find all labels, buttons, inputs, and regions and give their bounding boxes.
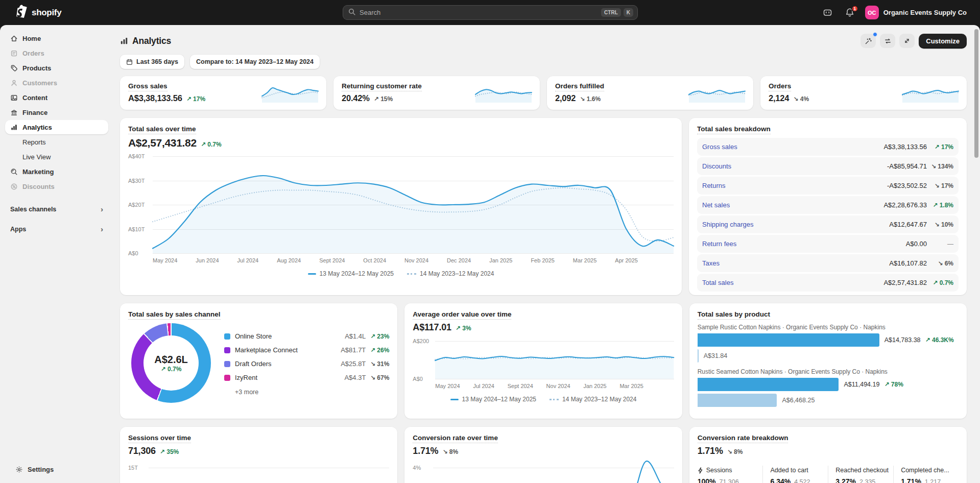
total-sales-plot [153, 156, 674, 253]
sidebar-item-analytics[interactable]: Analytics [5, 120, 108, 134]
shopify-wordmark: shopify [32, 8, 61, 18]
calendar-icon [126, 59, 133, 65]
sidebar-item-content[interactable]: Content [5, 90, 108, 105]
breakdown-link[interactable]: Returns [702, 182, 726, 189]
account-menu[interactable]: OC Organic Events Supply Co [865, 6, 967, 19]
kpi-gross-sales[interactable]: Gross sales A$3,38,133.56 ↗ 17% [120, 76, 326, 110]
sales-by-product-card: Total sales by product Sample Rustic Cot… [689, 303, 967, 419]
content-icon [10, 94, 18, 102]
kpi-returning-customer-rate[interactable]: Returning customer rate 20.42% ↗ 15% [333, 76, 540, 110]
breakdown-link[interactable]: Total sales [702, 279, 733, 286]
legend-swatch [224, 361, 230, 367]
chart-legend: 13 May 2024–12 May 2025 14 May 2023–12 M… [413, 396, 674, 403]
conversion-value: 1.71% [413, 446, 438, 456]
lightning-icon [698, 467, 703, 474]
search-input[interactable] [360, 9, 599, 16]
sessions-over-time-card: Sessions over time 71,306 ↗ 35% 15T [120, 427, 397, 483]
sidebar-item-home[interactable]: Home [5, 31, 108, 45]
previous-period-bar [698, 349, 699, 363]
vertical-scrollbar[interactable] [974, 29, 978, 158]
notifications-button[interactable]: 1 [843, 6, 856, 19]
sessions-value: 71,306 [128, 446, 156, 456]
legend-solid-swatch [450, 399, 459, 400]
page-title: Analytics [120, 36, 171, 46]
sidebar-item-products[interactable]: Products [5, 61, 108, 75]
donut-center-value: A$2.6L [154, 354, 188, 366]
funnel-step-reached-checkout: Reached checkout 3.27%2,335 [828, 466, 893, 483]
current-period-bar [698, 378, 839, 391]
breakdown-link[interactable]: Shipping charges [702, 221, 753, 228]
funnel-delta: ↘ 8% [727, 448, 743, 455]
sidebar-item-reports[interactable]: Reports [5, 135, 108, 149]
aov-delta: ↗ 3% [456, 325, 471, 332]
kpi-value: 2,092 [555, 93, 576, 103]
sparkline-chart [689, 86, 745, 103]
sparkline-chart [902, 86, 959, 103]
total-sales-value: A$2,57,431.82 [128, 137, 197, 149]
refresh-icon [884, 37, 892, 45]
magic-wand-icon [865, 37, 872, 45]
expand-button[interactable] [899, 34, 915, 48]
kbd-k: K [624, 8, 633, 17]
date-range-button[interactable]: Last 365 days [120, 55, 184, 69]
aov-line-chart [435, 341, 674, 379]
store-name: Organic Events Supply Co [883, 9, 967, 16]
sidebar-item-customers[interactable]: Customers [5, 76, 108, 90]
orders-icon [10, 50, 18, 57]
current-period-bar [698, 333, 879, 347]
kpi-value: 2,124 [769, 93, 789, 103]
kpi-delta: ↗ 15% [374, 95, 393, 103]
shopify-logo[interactable]: shopify [15, 5, 61, 20]
assistant-button[interactable] [861, 34, 876, 48]
channel-legend-row: Online StoreA$1.4L↗ 23% [224, 329, 389, 343]
sidebar-section-sales-channels[interactable]: Sales channels › [10, 205, 103, 213]
funnel-step-completed-checkout: Completed che... 1.71%1,217 [893, 466, 959, 483]
chevron-right-icon: › [101, 225, 103, 233]
breakdown-link[interactable]: Return fees [702, 240, 736, 248]
sidebar: Home Orders Products Customers Content F… [0, 25, 113, 483]
sidebar-item-marketing[interactable]: Marketing [5, 164, 108, 179]
product-name: Rustic Seamed Cotton Napkins · Organic E… [698, 368, 959, 375]
sidebar-item-finance[interactable]: Finance [5, 105, 108, 119]
customers-icon [10, 79, 18, 87]
compare-button[interactable]: Compare to: 14 May 2023–12 May 2024 [190, 55, 320, 69]
channel-legend-row: Marketplace ConnectA$81.7T↗ 26% [224, 343, 389, 357]
average-order-value-card: Average order value over time A$117.01 ↗… [404, 303, 682, 419]
sidebar-item-live-view[interactable]: Live View [5, 150, 108, 164]
channel-donut-chart: A$2.6L ↗ 0.7% [131, 323, 211, 403]
sparkline-chart [262, 86, 318, 103]
breakdown-link[interactable]: Gross sales [702, 143, 737, 151]
search-bar[interactable]: CTRL K [343, 5, 638, 20]
legend-dotted-swatch [407, 273, 416, 275]
sidekick-button[interactable] [821, 6, 834, 19]
conversion-line-chart [433, 467, 674, 483]
breakdown-link[interactable]: Taxes [702, 259, 720, 267]
aov-value: A$117.01 [413, 322, 451, 333]
chevron-right-icon: › [101, 205, 103, 213]
previous-period-bar [698, 394, 777, 407]
marketing-icon [10, 168, 18, 176]
customize-button[interactable]: Customize [919, 34, 967, 49]
conversion-plot [433, 471, 674, 483]
channel-legend-row: IzyRentA$4.3T↘ 67% [224, 371, 389, 384]
sidebar-item-discounts[interactable]: Discounts [5, 179, 108, 194]
sidebar-section-apps[interactable]: Apps › [10, 225, 103, 233]
breakdown-row: Total salesA$2,57,431.82↗ 0.7% [697, 274, 959, 292]
sessions-delta: ↗ 35% [160, 448, 179, 455]
refresh-button[interactable] [880, 34, 895, 48]
channel-legend-row: Draft OrdersA$25.8T↘ 31% [224, 357, 389, 371]
breakdown-row: Discounts-A$85,954.71↘ 134% [697, 157, 959, 175]
sidebar-item-settings[interactable]: Settings [10, 462, 103, 476]
y-axis-labels: A$200 A$0 [413, 341, 435, 379]
legend-swatch [224, 333, 230, 340]
legend-solid-swatch [308, 273, 316, 275]
breakdown-row: TaxesA$16,107.82↘ 6% [697, 254, 959, 272]
topbar: shopify CTRL K 1 OC Organic Events Suppl… [0, 0, 980, 25]
sidebar-item-orders[interactable]: Orders [5, 46, 108, 60]
kpi-orders[interactable]: Orders 2,124 ↘ 4% [760, 76, 967, 110]
show-more-link[interactable]: +3 more [235, 389, 389, 396]
breakdown-link[interactable]: Discounts [702, 162, 731, 170]
breakdown-link[interactable]: Net sales [702, 201, 730, 209]
kbd-ctrl: CTRL [601, 8, 621, 17]
kpi-orders-fulfilled[interactable]: Orders fulfilled 2,092 ↘ 1.6% [547, 76, 753, 110]
